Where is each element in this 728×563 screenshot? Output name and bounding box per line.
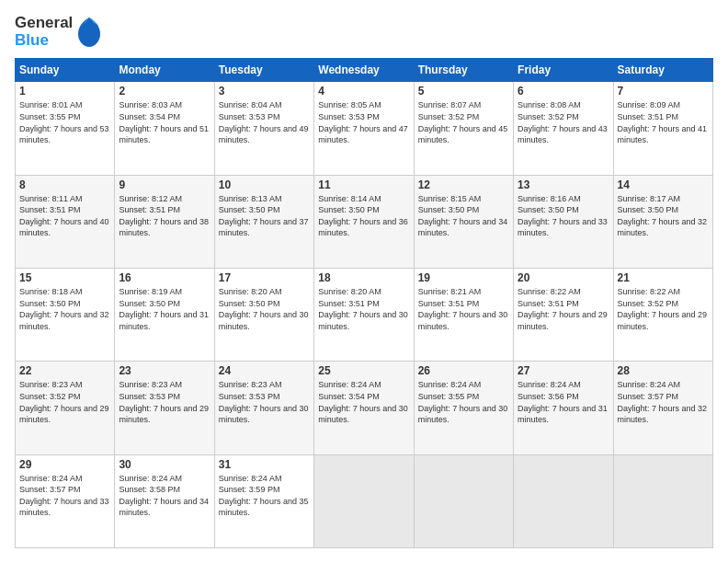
calendar-cell: 4Sunrise: 8:05 AMSunset: 3:53 PMDaylight… bbox=[314, 82, 414, 175]
calendar-week-5: 29Sunrise: 8:24 AMSunset: 3:57 PMDayligh… bbox=[16, 454, 713, 547]
day-info: Sunrise: 8:24 AMSunset: 3:57 PMDaylight:… bbox=[618, 379, 709, 425]
day-info: Sunrise: 8:20 AMSunset: 3:51 PMDaylight:… bbox=[318, 286, 409, 332]
day-info: Sunrise: 8:23 AMSunset: 3:52 PMDaylight:… bbox=[19, 379, 110, 425]
day-number: 15 bbox=[19, 271, 110, 284]
day-info: Sunrise: 8:18 AMSunset: 3:50 PMDaylight:… bbox=[19, 286, 110, 332]
day-number: 12 bbox=[418, 178, 509, 191]
day-info: Sunrise: 8:12 AMSunset: 3:51 PMDaylight:… bbox=[119, 193, 210, 239]
day-number: 28 bbox=[618, 364, 709, 377]
day-number: 11 bbox=[318, 178, 409, 191]
calendar-cell bbox=[613, 454, 712, 547]
day-info: Sunrise: 8:24 AMSunset: 3:57 PMDaylight:… bbox=[19, 473, 110, 519]
header-sunday: Sunday bbox=[16, 59, 115, 82]
day-info: Sunrise: 8:14 AMSunset: 3:50 PMDaylight:… bbox=[318, 193, 409, 239]
calendar-cell: 13Sunrise: 8:16 AMSunset: 3:50 PMDayligh… bbox=[514, 175, 613, 268]
day-info: Sunrise: 8:21 AMSunset: 3:51 PMDaylight:… bbox=[418, 286, 509, 332]
day-number: 17 bbox=[219, 271, 310, 284]
calendar-cell: 31Sunrise: 8:24 AMSunset: 3:59 PMDayligh… bbox=[214, 454, 313, 547]
day-info: Sunrise: 8:07 AMSunset: 3:52 PMDaylight:… bbox=[418, 99, 509, 145]
day-info: Sunrise: 8:15 AMSunset: 3:50 PMDaylight:… bbox=[418, 193, 509, 239]
day-number: 31 bbox=[219, 458, 310, 471]
day-info: Sunrise: 8:20 AMSunset: 3:50 PMDaylight:… bbox=[219, 286, 310, 332]
logo-blue: Blue bbox=[15, 32, 73, 50]
day-number: 6 bbox=[518, 85, 609, 98]
calendar-cell: 21Sunrise: 8:22 AMSunset: 3:52 PMDayligh… bbox=[613, 269, 712, 362]
day-number: 26 bbox=[418, 364, 509, 377]
day-info: Sunrise: 8:03 AMSunset: 3:54 PMDaylight:… bbox=[119, 99, 210, 145]
page: General Blue SundayMondayTuesdayWednesda… bbox=[0, 0, 728, 563]
day-number: 27 bbox=[518, 364, 609, 377]
calendar-week-4: 22Sunrise: 8:23 AMSunset: 3:52 PMDayligh… bbox=[16, 362, 713, 454]
day-info: Sunrise: 8:16 AMSunset: 3:50 PMDaylight:… bbox=[518, 193, 609, 239]
calendar-cell: 12Sunrise: 8:15 AMSunset: 3:50 PMDayligh… bbox=[414, 175, 513, 268]
calendar-cell: 30Sunrise: 8:24 AMSunset: 3:58 PMDayligh… bbox=[115, 454, 214, 547]
day-info: Sunrise: 8:24 AMSunset: 3:54 PMDaylight:… bbox=[318, 379, 409, 425]
day-number: 22 bbox=[19, 364, 110, 377]
day-info: Sunrise: 8:04 AMSunset: 3:53 PMDaylight:… bbox=[219, 99, 310, 145]
calendar-cell: 23Sunrise: 8:23 AMSunset: 3:53 PMDayligh… bbox=[115, 362, 214, 454]
header-tuesday: Tuesday bbox=[214, 59, 313, 82]
calendar-cell bbox=[514, 454, 613, 547]
calendar-cell: 28Sunrise: 8:24 AMSunset: 3:57 PMDayligh… bbox=[613, 362, 712, 454]
day-number: 23 bbox=[119, 364, 210, 377]
calendar-cell: 6Sunrise: 8:08 AMSunset: 3:52 PMDaylight… bbox=[514, 82, 613, 175]
day-info: Sunrise: 8:11 AMSunset: 3:51 PMDaylight:… bbox=[19, 193, 110, 239]
calendar-cell bbox=[414, 454, 513, 547]
calendar-cell: 20Sunrise: 8:22 AMSunset: 3:51 PMDayligh… bbox=[514, 269, 613, 362]
day-info: Sunrise: 8:09 AMSunset: 3:51 PMDaylight:… bbox=[618, 99, 709, 145]
calendar-week-3: 15Sunrise: 8:18 AMSunset: 3:50 PMDayligh… bbox=[16, 269, 713, 362]
calendar-week-2: 8Sunrise: 8:11 AMSunset: 3:51 PMDaylight… bbox=[16, 175, 713, 268]
calendar-cell: 11Sunrise: 8:14 AMSunset: 3:50 PMDayligh… bbox=[314, 175, 414, 268]
day-number: 10 bbox=[219, 178, 310, 191]
day-info: Sunrise: 8:08 AMSunset: 3:52 PMDaylight:… bbox=[518, 99, 609, 145]
day-number: 16 bbox=[119, 271, 210, 284]
day-number: 19 bbox=[418, 271, 509, 284]
logo: General Blue bbox=[15, 15, 102, 49]
day-info: Sunrise: 8:23 AMSunset: 3:53 PMDaylight:… bbox=[219, 379, 310, 425]
calendar-cell: 27Sunrise: 8:24 AMSunset: 3:56 PMDayligh… bbox=[514, 362, 613, 454]
day-number: 25 bbox=[318, 364, 409, 377]
day-info: Sunrise: 8:19 AMSunset: 3:50 PMDaylight:… bbox=[119, 286, 210, 332]
day-number: 30 bbox=[119, 458, 210, 471]
day-number: 13 bbox=[518, 178, 609, 191]
header-wednesday: Wednesday bbox=[314, 59, 414, 82]
day-info: Sunrise: 8:24 AMSunset: 3:59 PMDaylight:… bbox=[219, 473, 310, 519]
day-info: Sunrise: 8:22 AMSunset: 3:52 PMDaylight:… bbox=[618, 286, 709, 332]
day-number: 29 bbox=[19, 458, 110, 471]
calendar-cell: 24Sunrise: 8:23 AMSunset: 3:53 PMDayligh… bbox=[214, 362, 313, 454]
calendar-cell: 8Sunrise: 8:11 AMSunset: 3:51 PMDaylight… bbox=[16, 175, 115, 268]
calendar-cell bbox=[314, 454, 414, 547]
calendar-cell: 5Sunrise: 8:07 AMSunset: 3:52 PMDaylight… bbox=[414, 82, 513, 175]
day-info: Sunrise: 8:24 AMSunset: 3:56 PMDaylight:… bbox=[518, 379, 609, 425]
day-number: 21 bbox=[618, 271, 709, 284]
day-info: Sunrise: 8:24 AMSunset: 3:55 PMDaylight:… bbox=[418, 379, 509, 425]
logo-general: General bbox=[15, 15, 73, 32]
calendar-cell: 7Sunrise: 8:09 AMSunset: 3:51 PMDaylight… bbox=[613, 82, 712, 175]
calendar-cell: 29Sunrise: 8:24 AMSunset: 3:57 PMDayligh… bbox=[16, 454, 115, 547]
day-info: Sunrise: 8:05 AMSunset: 3:53 PMDaylight:… bbox=[318, 99, 409, 145]
calendar-cell: 9Sunrise: 8:12 AMSunset: 3:51 PMDaylight… bbox=[115, 175, 214, 268]
day-info: Sunrise: 8:13 AMSunset: 3:50 PMDaylight:… bbox=[219, 193, 310, 239]
day-info: Sunrise: 8:24 AMSunset: 3:58 PMDaylight:… bbox=[119, 473, 210, 519]
day-number: 9 bbox=[119, 178, 210, 191]
day-number: 4 bbox=[318, 85, 409, 98]
calendar-cell: 17Sunrise: 8:20 AMSunset: 3:50 PMDayligh… bbox=[214, 269, 313, 362]
day-number: 5 bbox=[418, 85, 509, 98]
day-number: 3 bbox=[219, 85, 310, 98]
day-number: 14 bbox=[618, 178, 709, 191]
day-info: Sunrise: 8:01 AMSunset: 3:55 PMDaylight:… bbox=[19, 99, 110, 145]
calendar-week-1: 1Sunrise: 8:01 AMSunset: 3:55 PMDaylight… bbox=[16, 82, 713, 175]
day-number: 20 bbox=[518, 271, 609, 284]
day-number: 2 bbox=[119, 85, 210, 98]
day-number: 8 bbox=[19, 178, 110, 191]
header-thursday: Thursday bbox=[414, 59, 513, 82]
header-saturday: Saturday bbox=[613, 59, 712, 82]
calendar-table: SundayMondayTuesdayWednesdayThursdayFrid… bbox=[15, 58, 713, 548]
day-number: 7 bbox=[618, 85, 709, 98]
day-info: Sunrise: 8:23 AMSunset: 3:53 PMDaylight:… bbox=[119, 379, 210, 425]
day-info: Sunrise: 8:17 AMSunset: 3:50 PMDaylight:… bbox=[618, 193, 709, 239]
calendar-cell: 18Sunrise: 8:20 AMSunset: 3:51 PMDayligh… bbox=[314, 269, 414, 362]
header: General Blue bbox=[15, 15, 713, 49]
calendar-cell: 10Sunrise: 8:13 AMSunset: 3:50 PMDayligh… bbox=[214, 175, 313, 268]
header-friday: Friday bbox=[514, 59, 613, 82]
